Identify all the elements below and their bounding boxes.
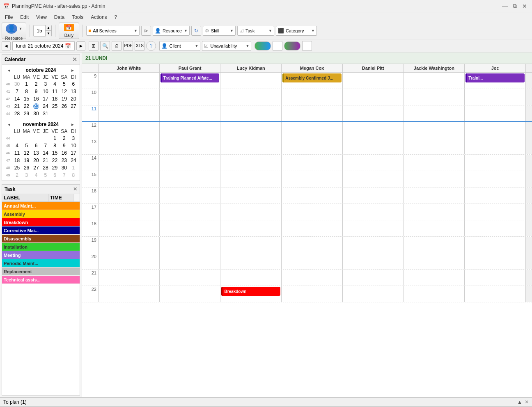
oct-24[interactable]: 24 <box>41 103 50 110</box>
menu-actions[interactable]: Actions <box>87 14 110 21</box>
cell-r2-11[interactable] <box>160 105 221 121</box>
oct-5[interactable]: 5 <box>60 80 69 88</box>
task-item-meeting[interactable]: Meeting <box>2 251 80 259</box>
oct-6[interactable]: 6 <box>69 80 78 88</box>
cell-r4-10[interactable] <box>282 89 343 105</box>
oct-prev[interactable]: ◄ <box>5 68 13 73</box>
cell-r7-11[interactable] <box>465 105 525 121</box>
spin-input[interactable] <box>34 28 45 34</box>
oct-23[interactable]: 23 <box>31 103 41 110</box>
oct-13[interactable]: 13 <box>69 88 78 95</box>
cell-r5-11[interactable] <box>343 105 404 121</box>
cell-r1-10[interactable] <box>99 89 160 105</box>
oct-1[interactable]: 1 <box>22 80 31 88</box>
skill-dropdown-arrow[interactable]: ▼ <box>230 29 234 33</box>
print-button[interactable]: 🖨 <box>112 41 122 51</box>
cell-r5-10[interactable] <box>343 89 404 105</box>
cell-megan-9[interactable]: Assembly Confirmed J... <box>282 73 343 89</box>
cell-r3-10[interactable] <box>220 89 282 105</box>
task-item-replacement[interactable]: Replacement <box>2 268 80 276</box>
oct-16[interactable]: 16 <box>31 95 41 103</box>
menu-help[interactable]: ? <box>111 14 121 21</box>
cell-r3-11[interactable] <box>220 105 282 121</box>
oct-next[interactable]: ► <box>69 68 76 73</box>
menu-view[interactable]: View <box>33 14 50 21</box>
task-panel-close[interactable]: ✕ <box>73 186 77 192</box>
to-plan-collapse[interactable]: ▲ <box>517 399 522 405</box>
cell-lucy-9[interactable] <box>220 73 282 89</box>
cell-jackie-9[interactable] <box>404 73 465 89</box>
prev-day-button[interactable]: ◄ <box>2 41 11 50</box>
nov-next[interactable]: ► <box>69 122 76 127</box>
oct-14[interactable]: 14 <box>12 95 22 103</box>
oct-22[interactable]: 22 <box>22 103 31 110</box>
oct-25[interactable]: 25 <box>50 103 60 110</box>
spin-down[interactable]: ▼ <box>46 31 51 37</box>
menu-file[interactable]: File <box>2 14 16 21</box>
oct-7[interactable]: 7 <box>12 88 22 95</box>
event-assembly-megan[interactable]: Assembly Confirmed J... <box>282 73 342 82</box>
task-item-assembly[interactable]: Assembly <box>2 210 80 218</box>
pdf-button[interactable]: PDF <box>123 41 133 51</box>
unavail-dropdown-arrow[interactable]: ▼ <box>246 44 250 48</box>
oct-4[interactable]: 4 <box>50 80 60 88</box>
oct-3[interactable]: 3 <box>41 80 50 88</box>
view-calendar-button[interactable]: 📅 Daily <box>59 23 79 39</box>
cell-r6-11[interactable] <box>404 105 465 121</box>
oct-17[interactable]: 17 <box>41 95 50 103</box>
oct-27[interactable]: 27 <box>69 103 78 110</box>
oct-15[interactable]: 15 <box>22 95 31 103</box>
cell-joc-9[interactable]: Traini... <box>465 73 525 89</box>
event-training-joc[interactable]: Traini... <box>466 73 525 82</box>
cell-r4-11[interactable] <box>282 105 343 121</box>
task-item-disassembly[interactable]: Disassembly <box>2 235 80 243</box>
cell-r6-10[interactable] <box>404 89 465 105</box>
calendar-body[interactable]: 9 Training Planned Alfate... Assembly Co… <box>82 73 532 397</box>
oct-10[interactable]: 10 <box>41 88 50 95</box>
oct-28[interactable]: 28 <box>12 110 22 117</box>
minimize-button[interactable]: — <box>501 2 509 10</box>
color-toggle1[interactable] <box>255 41 271 50</box>
search-button[interactable]: 🔍 <box>100 41 110 51</box>
task-item-corrective[interactable]: Corrective Mai... <box>2 226 80 235</box>
oct-29[interactable]: 29 <box>22 110 31 117</box>
task-item-annual[interactable]: Annual Maint... <box>2 202 80 210</box>
nov-prev[interactable]: ◄ <box>5 122 13 127</box>
cell-r2-10[interactable] <box>160 89 221 105</box>
oct-31[interactable]: 31 <box>41 110 50 117</box>
task-item-installation[interactable]: Installation <box>2 243 80 251</box>
cell-paul-9[interactable]: Training Planned Alfate... <box>160 73 221 89</box>
grid-view-button[interactable]: ⊞ <box>89 41 99 51</box>
services-dropdown-arrow[interactable]: ▼ <box>134 29 138 33</box>
maximize-button[interactable]: ⧉ <box>511 2 519 10</box>
spin-up[interactable]: ▲ <box>46 25 51 31</box>
oct-8[interactable]: 8 <box>22 88 31 95</box>
category-dropdown-arrow[interactable]: ▼ <box>311 29 315 33</box>
color-toggle2[interactable] <box>284 41 300 50</box>
task-item-technical[interactable]: Technical assis... <box>2 276 80 284</box>
event-training-paul[interactable]: Training Planned Alfate... <box>161 73 220 82</box>
event-breakdown-lucy[interactable]: Breakdown <box>221 287 280 296</box>
next-day-button[interactable]: ► <box>76 41 85 50</box>
menu-data[interactable]: Data <box>51 14 68 21</box>
oct-18[interactable]: 18 <box>50 95 60 103</box>
task-item-periodic[interactable]: Periodic Maint... <box>2 259 80 268</box>
task-item-breakdown[interactable]: Breakdown <box>2 218 80 226</box>
oct-21[interactable]: 21 <box>12 103 22 110</box>
cell-r7-10[interactable] <box>465 89 525 105</box>
cell-john-9[interactable] <box>99 73 160 89</box>
filter-button[interactable]: ⊳ <box>141 26 151 36</box>
export-button[interactable]: XLS <box>135 41 144 51</box>
calendar-close[interactable]: ✕ <box>72 56 77 63</box>
task-dropdown-arrow[interactable]: ▼ <box>268 29 272 33</box>
cell-lucy-22[interactable]: Breakdown <box>220 286 282 302</box>
help-circle-button[interactable]: ? <box>146 41 156 51</box>
cell-daniel-9[interactable] <box>343 73 404 89</box>
close-button[interactable]: ✕ <box>521 2 529 10</box>
resource-dropdown-arrow[interactable]: ▼ <box>184 29 188 33</box>
date-display[interactable]: lundi 21 octobre 2024 📅 <box>12 41 75 50</box>
oct-9[interactable]: 9 <box>31 88 41 95</box>
refresh-button[interactable]: ↻ <box>191 26 201 36</box>
oct-30[interactable]: 30 <box>12 80 22 88</box>
oct-30b[interactable]: 30 <box>31 110 41 117</box>
